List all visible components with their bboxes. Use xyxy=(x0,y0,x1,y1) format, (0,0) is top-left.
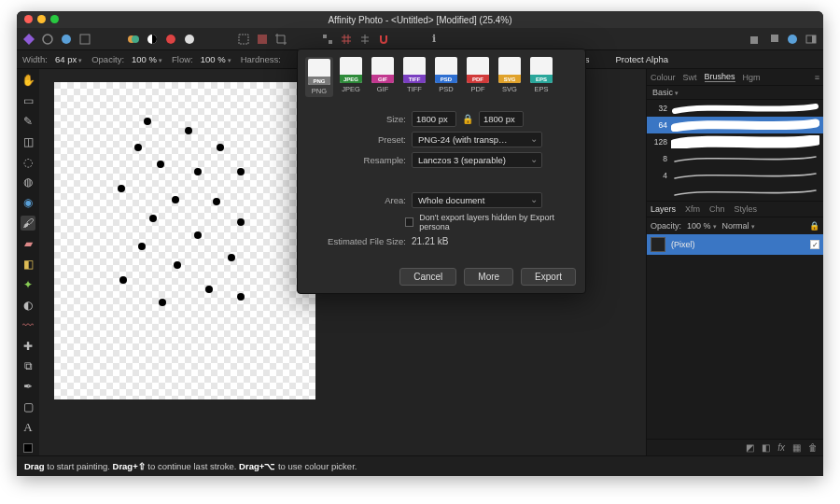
flow-value[interactable]: 100 % xyxy=(201,54,231,64)
add-layer-icon[interactable]: ▦ xyxy=(792,442,801,453)
tab-swatches[interactable]: Swt xyxy=(683,73,697,82)
contrast-icon[interactable] xyxy=(146,33,159,46)
layer-visible-checkbox[interactable]: ✓ xyxy=(810,240,819,249)
persona-liquify-icon[interactable] xyxy=(41,33,54,46)
snap-icon[interactable] xyxy=(321,33,334,46)
eraser-tool[interactable]: ◧ xyxy=(21,257,35,272)
brush-row[interactable]: 64 xyxy=(647,117,823,133)
export-button[interactable]: Export xyxy=(521,268,576,286)
pan-tool[interactable]: ✋ xyxy=(21,73,35,88)
flow-label: Flow: xyxy=(172,54,193,64)
fx-icon[interactable]: fx xyxy=(777,442,785,453)
brush-row[interactable]: 128 xyxy=(647,133,823,150)
color-swatch-icon[interactable] xyxy=(127,33,140,46)
shape-tool[interactable]: ▢ xyxy=(21,399,35,414)
layer-row[interactable]: (Pixel) ✓ xyxy=(647,234,823,255)
persona-photo-icon[interactable] xyxy=(22,33,35,46)
close-window-button[interactable] xyxy=(24,15,33,23)
brush-row[interactable]: 4 xyxy=(647,167,823,184)
selection-icon[interactable] xyxy=(237,33,250,46)
tab-brushes[interactable]: Brushes xyxy=(705,72,735,82)
tab-layers[interactable]: Layers xyxy=(651,204,676,214)
dodge-tool[interactable]: ◐ xyxy=(21,298,35,313)
hidden-layers-checkbox[interactable] xyxy=(405,217,413,227)
lasso-tool[interactable]: ◌ xyxy=(21,155,35,170)
panel-menu-icon[interactable]: ≡ xyxy=(815,73,819,82)
paint-brush-tool[interactable]: 🖌 xyxy=(21,216,35,231)
minimize-window-button[interactable] xyxy=(37,15,46,23)
tab-channels[interactable]: Chn xyxy=(709,204,725,214)
quickmask-icon[interactable] xyxy=(256,33,269,46)
delete-layer-icon[interactable]: 🗑 xyxy=(808,442,818,453)
magnet-icon[interactable] xyxy=(377,33,390,46)
text-tool[interactable]: A xyxy=(21,420,35,435)
tab-transform[interactable]: Xfm xyxy=(685,204,700,214)
flood-tool[interactable]: ◍ xyxy=(21,175,35,189)
adjust-icon[interactable] xyxy=(183,33,196,46)
layer-blend-value[interactable]: Normal xyxy=(722,221,755,231)
brush-row[interactable]: 32 xyxy=(647,100,823,117)
color-wheel-icon[interactable] xyxy=(164,33,177,46)
layer-options: Opacity: 100 % Normal 🔒 xyxy=(647,217,823,234)
crop-icon[interactable] xyxy=(274,33,287,46)
preset-label: Preset: xyxy=(307,134,406,145)
color-picker-tool[interactable]: ◉ xyxy=(21,195,35,210)
cancel-button[interactable]: Cancel xyxy=(399,268,456,286)
move-tool[interactable]: ▭ xyxy=(21,93,35,108)
persona-export-icon[interactable] xyxy=(78,33,91,46)
format-eps[interactable]: EPSEPS xyxy=(527,57,555,97)
marquee-tool[interactable]: ◫ xyxy=(21,134,35,149)
format-svg[interactable]: SVGSVG xyxy=(496,57,524,97)
opacity-value[interactable]: 100 % xyxy=(132,54,162,64)
document-canvas[interactable] xyxy=(54,82,315,399)
clone-tool[interactable]: ✦ xyxy=(21,277,35,292)
pen-tool[interactable]: ✒ xyxy=(21,379,35,394)
adjustment-icon[interactable]: ◧ xyxy=(762,442,770,453)
zoom-window-button[interactable] xyxy=(50,15,59,23)
format-jpeg[interactable]: JPEGJPEG xyxy=(337,57,365,97)
size-width-input[interactable]: 1800 px xyxy=(412,111,456,127)
crop-tool[interactable]: ⧉ xyxy=(21,358,35,373)
smudge-tool[interactable]: 〰 xyxy=(21,318,35,333)
format-psd[interactable]: PSDPSD xyxy=(432,57,460,97)
alignment-icon[interactable] xyxy=(358,33,371,46)
lock-aspect-icon[interactable]: 🔒 xyxy=(462,114,473,124)
selection-brush-tool[interactable]: ✎ xyxy=(21,114,35,129)
area-select[interactable]: Whole document xyxy=(412,192,542,208)
resample-label: Resample: xyxy=(307,155,406,165)
layer-lock-icon[interactable]: 🔒 xyxy=(809,221,819,231)
layer-opacity-value[interactable]: 100 % xyxy=(687,221,717,231)
resample-select[interactable]: Lanczos 3 (separable) xyxy=(412,152,542,168)
paint-dot xyxy=(134,144,142,151)
format-tiff[interactable]: TIFFTIFF xyxy=(400,57,428,97)
arrange-more-icon[interactable] xyxy=(786,33,799,46)
format-gif[interactable]: GIFGIF xyxy=(369,57,397,97)
arrange-front-icon[interactable] xyxy=(767,33,780,46)
tab-histogram[interactable]: Hgm xyxy=(743,73,761,82)
healing-tool[interactable]: ✚ xyxy=(21,339,35,354)
tab-colour[interactable]: Colour xyxy=(651,73,676,82)
paint-dot xyxy=(194,231,202,239)
brush-row[interactable] xyxy=(647,184,823,201)
width-value[interactable]: 64 px xyxy=(55,54,82,64)
grid-icon[interactable] xyxy=(340,33,353,46)
protect-alpha-label[interactable]: Protect Alpha xyxy=(615,54,668,64)
format-png[interactable]: PNGPNG xyxy=(305,57,333,97)
mask-icon[interactable]: ◩ xyxy=(746,442,754,453)
tab-styles[interactable]: Styles xyxy=(735,204,758,214)
fill-tool[interactable]: ▰ xyxy=(21,236,35,251)
swatch-tool[interactable] xyxy=(21,441,35,455)
panel-toggle-icon[interactable] xyxy=(805,33,818,46)
help-icon[interactable]: ℹ xyxy=(427,33,441,46)
layers-footer: ◩ ◧ fx ▦ 🗑 xyxy=(647,439,823,455)
size-height-input[interactable]: 1800 px xyxy=(479,111,524,127)
brush-category[interactable]: Basic xyxy=(652,88,679,97)
preset-select[interactable]: PNG-24 (with transp… xyxy=(412,132,542,147)
svg-rect-3 xyxy=(80,35,90,44)
brush-row[interactable]: 8 xyxy=(647,150,823,167)
more-button[interactable]: More xyxy=(464,268,513,286)
brushes-panel-tabs: Colour Swt Brushes Hgm ≡ xyxy=(647,69,823,86)
format-pdf[interactable]: PDFPDF xyxy=(464,57,492,97)
arrange-back-icon[interactable] xyxy=(749,33,762,46)
persona-develop-icon[interactable] xyxy=(60,33,73,46)
